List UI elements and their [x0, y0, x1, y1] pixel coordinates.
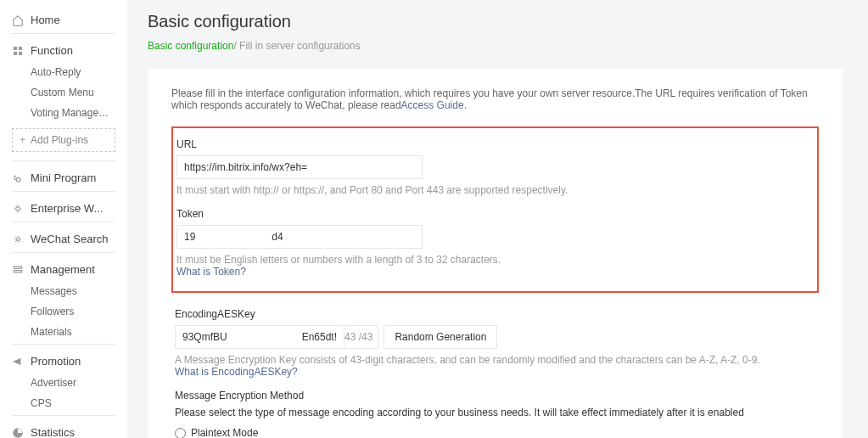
main-content: Basic configuration Basic configuration/… [127, 0, 868, 438]
nav-management[interactable]: Management [12, 258, 115, 281]
encryption-label: Message Encryption Method [175, 390, 815, 402]
nav-mini-program-label: Mini Program [31, 171, 96, 184]
token-help-link[interactable]: What is Token? [176, 266, 246, 278]
home-icon [12, 14, 24, 26]
url-input[interactable] [176, 155, 423, 179]
nav-cps[interactable]: CPS [12, 393, 115, 413]
encryption-intro: Please select the type of message encodi… [175, 407, 815, 418]
intro-body: Please fill in the interface configurati… [171, 87, 808, 111]
token-label: Token [176, 208, 814, 220]
plus-icon: + [20, 134, 25, 146]
nav-promotion-label: Promotion [31, 355, 81, 368]
url-label: URL [176, 138, 814, 150]
aes-help-link[interactable]: What is EncodingAESKey? [175, 366, 298, 378]
aes-hint: A Message Encryption Key consists of 43-… [175, 354, 815, 366]
aes-value-suffix: En65dt! [302, 331, 337, 343]
intro-text: Please fill in the interface configurati… [171, 87, 819, 111]
highlighted-config: URL It must start with http:// or https:… [171, 126, 819, 293]
statistics-icon [12, 427, 24, 439]
nav-enterprise[interactable]: Enterprise W... [12, 197, 115, 220]
radio-plaintext-label: Plaintext Mode [191, 427, 258, 438]
svg-rect-2 [14, 266, 21, 267]
nav-followers[interactable]: Followers [12, 301, 115, 322]
enterprise-icon [12, 203, 24, 215]
function-icon [12, 45, 24, 57]
breadcrumb-rest: Fill in server configurations [239, 40, 361, 52]
nav-custom-menu[interactable]: Custom Menu [12, 82, 115, 103]
promotion-icon [12, 356, 24, 368]
nav-promotion[interactable]: Promotion [12, 350, 115, 373]
aes-label: EncodingAESKey [175, 308, 815, 320]
nav-messages[interactable]: Messages [12, 281, 115, 301]
token-value-suffix: d4 [272, 231, 283, 243]
nav-management-label: Management [31, 263, 95, 276]
nav-materials[interactable]: Materials [12, 322, 115, 342]
page-title: Basic configuration [148, 12, 843, 31]
management-icon [12, 264, 24, 276]
token-value-prefix: 19 [184, 231, 195, 243]
svg-point-0 [16, 206, 20, 211]
token-input[interactable]: 19 d4 [176, 225, 423, 249]
svg-rect-3 [14, 270, 21, 272]
svg-point-1 [16, 238, 20, 241]
aes-input[interactable]: 93QmfBU En65dt! [175, 325, 344, 349]
sidebar: Home Function Auto-Reply Custom Menu Vot… [0, 0, 127, 438]
aes-count: 43 /43 [344, 325, 378, 349]
add-plugins-label: Add Plug-ins [31, 134, 88, 146]
breadcrumb-current[interactable]: Basic configuration [148, 40, 233, 52]
random-generation-button[interactable]: Random Generation [384, 325, 497, 349]
access-guide-link[interactable]: Access Guide [401, 99, 464, 111]
config-panel: Please fill in the interface configurati… [148, 69, 843, 438]
radio-plaintext-input[interactable] [175, 428, 186, 439]
nav-wechat-search[interactable]: WeChat Search [12, 227, 115, 250]
nav-advertiser[interactable]: Advertiser [12, 373, 115, 393]
add-plugins-button[interactable]: + Add Plug-ins [12, 128, 115, 152]
divider [12, 33, 115, 34]
nav-statistics[interactable]: Statistics [12, 421, 115, 438]
nav-mini-program[interactable]: Mini Program [12, 166, 115, 189]
divider [12, 344, 115, 345]
nav-function[interactable]: Function [12, 39, 115, 62]
divider [12, 252, 115, 253]
divider [12, 160, 115, 161]
nav-auto-reply[interactable]: Auto-Reply [12, 62, 115, 82]
nav-voting[interactable]: Voting Managem... [12, 103, 115, 123]
aes-value-prefix: 93QmfBU [182, 331, 227, 343]
nav-home-label: Home [31, 14, 60, 26]
search-icon [12, 233, 24, 245]
divider [12, 222, 115, 222]
nav-statistics-label: Statistics [31, 426, 75, 438]
nav-function-label: Function [31, 44, 73, 57]
breadcrumb: Basic configuration/ Fill in server conf… [148, 40, 843, 52]
divider [12, 415, 115, 416]
nav-home[interactable]: Home [12, 8, 115, 31]
intro-tail: . [464, 99, 467, 111]
radio-plaintext[interactable]: Plaintext Mode [175, 427, 815, 438]
divider [12, 191, 115, 192]
nav-enterprise-label: Enterprise W... [31, 202, 103, 215]
mini-program-icon [12, 172, 24, 184]
nav-wechat-search-label: WeChat Search [31, 233, 109, 245]
url-hint: It must start with http:// or https://, … [176, 184, 814, 196]
token-hint: It must be English letters or numbers wi… [176, 254, 814, 266]
